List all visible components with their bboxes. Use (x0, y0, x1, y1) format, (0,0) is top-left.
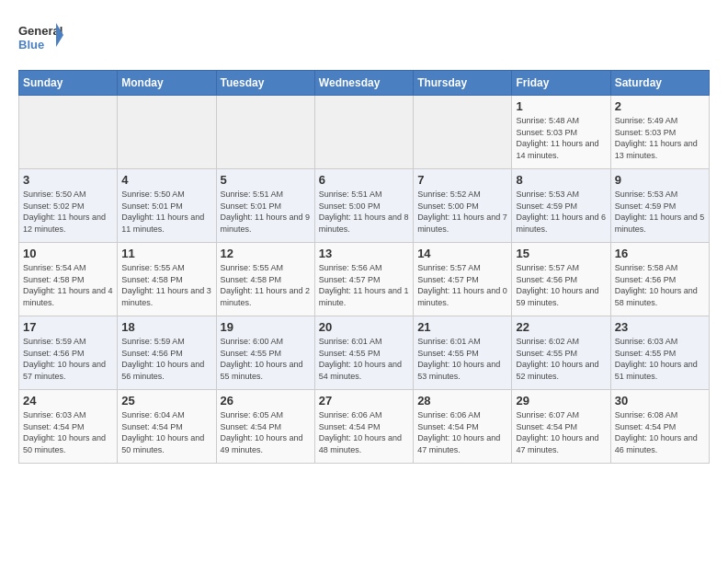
calendar-cell: 16Sunrise: 5:58 AM Sunset: 4:56 PM Dayli… (610, 243, 709, 316)
day-number: 1 (516, 99, 606, 113)
calendar-cell (414, 96, 512, 169)
day-number: 17 (23, 320, 113, 334)
day-number: 22 (516, 320, 606, 334)
day-number: 18 (121, 320, 211, 334)
calendar-cell (216, 96, 314, 169)
calendar-week-row: 3Sunrise: 5:50 AM Sunset: 5:02 PM Daylig… (19, 169, 710, 243)
weekday-header-tuesday: Tuesday (216, 71, 314, 96)
day-info: Sunrise: 5:57 AM Sunset: 4:57 PM Dayligh… (417, 262, 507, 308)
weekday-header-monday: Monday (118, 71, 216, 96)
day-info: Sunrise: 6:04 AM Sunset: 4:54 PM Dayligh… (121, 409, 211, 455)
day-number: 23 (615, 320, 705, 334)
day-number: 11 (121, 247, 211, 260)
day-number: 3 (23, 173, 113, 187)
day-info: Sunrise: 5:51 AM Sunset: 5:01 PM Dayligh… (221, 189, 311, 235)
weekday-header-thursday: Thursday (414, 71, 512, 96)
calendar-cell: 11Sunrise: 5:55 AM Sunset: 4:58 PM Dayli… (118, 243, 216, 316)
calendar-cell: 12Sunrise: 5:55 AM Sunset: 4:58 PM Dayli… (216, 243, 314, 316)
day-info: Sunrise: 6:01 AM Sunset: 4:55 PM Dayligh… (319, 336, 409, 382)
calendar-cell: 17Sunrise: 5:59 AM Sunset: 4:56 PM Dayli… (19, 316, 118, 390)
calendar-cell: 24Sunrise: 6:03 AM Sunset: 4:54 PM Dayli… (19, 390, 118, 464)
calendar-cell: 23Sunrise: 6:03 AM Sunset: 4:55 PM Dayli… (610, 316, 709, 390)
day-info: Sunrise: 5:55 AM Sunset: 4:58 PM Dayligh… (121, 262, 211, 308)
day-number: 30 (615, 394, 705, 408)
day-number: 29 (516, 394, 606, 408)
calendar-cell: 5Sunrise: 5:51 AM Sunset: 5:01 PM Daylig… (216, 169, 314, 243)
calendar-cell: 4Sunrise: 5:50 AM Sunset: 5:01 PM Daylig… (118, 169, 216, 243)
logo-svg: General Blue (18, 18, 64, 55)
calendar-cell: 13Sunrise: 5:56 AM Sunset: 4:57 PM Dayli… (314, 243, 413, 316)
day-info: Sunrise: 5:53 AM Sunset: 4:59 PM Dayligh… (516, 189, 606, 235)
day-info: Sunrise: 6:02 AM Sunset: 4:55 PM Dayligh… (516, 336, 606, 382)
calendar-week-row: 24Sunrise: 6:03 AM Sunset: 4:54 PM Dayli… (19, 390, 710, 464)
day-info: Sunrise: 6:06 AM Sunset: 4:54 PM Dayligh… (319, 409, 409, 455)
day-info: Sunrise: 6:05 AM Sunset: 4:54 PM Dayligh… (221, 409, 311, 455)
day-info: Sunrise: 6:08 AM Sunset: 4:54 PM Dayligh… (615, 409, 705, 455)
calendar-cell: 19Sunrise: 6:00 AM Sunset: 4:55 PM Dayli… (216, 316, 314, 390)
day-number: 27 (319, 394, 409, 408)
day-number: 5 (221, 173, 311, 187)
calendar-cell (118, 96, 216, 169)
calendar-cell: 20Sunrise: 6:01 AM Sunset: 4:55 PM Dayli… (314, 316, 413, 390)
day-number: 10 (23, 247, 113, 260)
weekday-header-sunday: Sunday (19, 71, 118, 96)
calendar-cell: 27Sunrise: 6:06 AM Sunset: 4:54 PM Dayli… (314, 390, 413, 464)
day-info: Sunrise: 5:55 AM Sunset: 4:58 PM Dayligh… (221, 262, 311, 308)
day-info: Sunrise: 5:50 AM Sunset: 5:02 PM Dayligh… (23, 189, 113, 235)
day-info: Sunrise: 5:51 AM Sunset: 5:00 PM Dayligh… (319, 189, 409, 235)
day-number: 19 (221, 320, 311, 334)
day-info: Sunrise: 6:06 AM Sunset: 4:54 PM Dayligh… (417, 409, 507, 455)
day-info: Sunrise: 5:57 AM Sunset: 4:56 PM Dayligh… (516, 262, 606, 308)
day-number: 14 (417, 247, 507, 260)
calendar-cell: 25Sunrise: 6:04 AM Sunset: 4:54 PM Dayli… (118, 390, 216, 464)
calendar-week-row: 10Sunrise: 5:54 AM Sunset: 4:58 PM Dayli… (19, 243, 710, 316)
calendar-cell: 10Sunrise: 5:54 AM Sunset: 4:58 PM Dayli… (19, 243, 118, 316)
day-info: Sunrise: 5:53 AM Sunset: 4:59 PM Dayligh… (615, 189, 705, 235)
day-number: 15 (516, 247, 606, 260)
calendar-week-row: 1Sunrise: 5:48 AM Sunset: 5:03 PM Daylig… (19, 96, 710, 169)
day-number: 4 (121, 173, 211, 187)
day-info: Sunrise: 5:59 AM Sunset: 4:56 PM Dayligh… (23, 336, 113, 382)
weekday-header-saturday: Saturday (610, 71, 709, 96)
day-info: Sunrise: 5:50 AM Sunset: 5:01 PM Dayligh… (121, 189, 211, 235)
day-info: Sunrise: 6:03 AM Sunset: 4:55 PM Dayligh… (615, 336, 705, 382)
day-number: 25 (121, 394, 211, 408)
day-number: 12 (221, 247, 311, 260)
page-header: General Blue (18, 18, 710, 55)
weekday-header-row: SundayMondayTuesdayWednesdayThursdayFrid… (19, 71, 710, 96)
day-number: 7 (417, 173, 507, 187)
day-info: Sunrise: 5:54 AM Sunset: 4:58 PM Dayligh… (23, 262, 113, 308)
day-number: 6 (319, 173, 409, 187)
calendar-cell: 1Sunrise: 5:48 AM Sunset: 5:03 PM Daylig… (512, 96, 610, 169)
day-number: 21 (417, 320, 507, 334)
weekday-header-friday: Friday (512, 71, 610, 96)
calendar-cell: 14Sunrise: 5:57 AM Sunset: 4:57 PM Dayli… (414, 243, 512, 316)
day-info: Sunrise: 6:00 AM Sunset: 4:55 PM Dayligh… (221, 336, 311, 382)
day-number: 28 (417, 394, 507, 408)
day-info: Sunrise: 5:48 AM Sunset: 5:03 PM Dayligh… (516, 115, 606, 161)
weekday-header-wednesday: Wednesday (314, 71, 413, 96)
calendar-cell: 21Sunrise: 6:01 AM Sunset: 4:55 PM Dayli… (414, 316, 512, 390)
day-info: Sunrise: 6:07 AM Sunset: 4:54 PM Dayligh… (516, 409, 606, 455)
day-number: 13 (319, 247, 409, 260)
calendar-cell (314, 96, 413, 169)
day-number: 24 (23, 394, 113, 408)
calendar-cell: 7Sunrise: 5:52 AM Sunset: 5:00 PM Daylig… (414, 169, 512, 243)
calendar-cell: 2Sunrise: 5:49 AM Sunset: 5:03 PM Daylig… (610, 96, 709, 169)
svg-text:Blue: Blue (18, 38, 44, 52)
calendar-cell: 29Sunrise: 6:07 AM Sunset: 4:54 PM Dayli… (512, 390, 610, 464)
calendar-cell: 6Sunrise: 5:51 AM Sunset: 5:00 PM Daylig… (314, 169, 413, 243)
logo: General Blue (18, 18, 64, 55)
calendar-cell: 8Sunrise: 5:53 AM Sunset: 4:59 PM Daylig… (512, 169, 610, 243)
calendar-cell: 9Sunrise: 5:53 AM Sunset: 4:59 PM Daylig… (610, 169, 709, 243)
day-number: 2 (615, 99, 705, 113)
day-info: Sunrise: 6:03 AM Sunset: 4:54 PM Dayligh… (23, 409, 113, 455)
calendar-cell: 30Sunrise: 6:08 AM Sunset: 4:54 PM Dayli… (610, 390, 709, 464)
day-number: 26 (221, 394, 311, 408)
day-info: Sunrise: 5:52 AM Sunset: 5:00 PM Dayligh… (417, 189, 507, 235)
calendar-cell: 18Sunrise: 5:59 AM Sunset: 4:56 PM Dayli… (118, 316, 216, 390)
day-info: Sunrise: 5:49 AM Sunset: 5:03 PM Dayligh… (615, 115, 705, 161)
calendar-cell: 15Sunrise: 5:57 AM Sunset: 4:56 PM Dayli… (512, 243, 610, 316)
calendar-cell: 22Sunrise: 6:02 AM Sunset: 4:55 PM Dayli… (512, 316, 610, 390)
day-number: 20 (319, 320, 409, 334)
